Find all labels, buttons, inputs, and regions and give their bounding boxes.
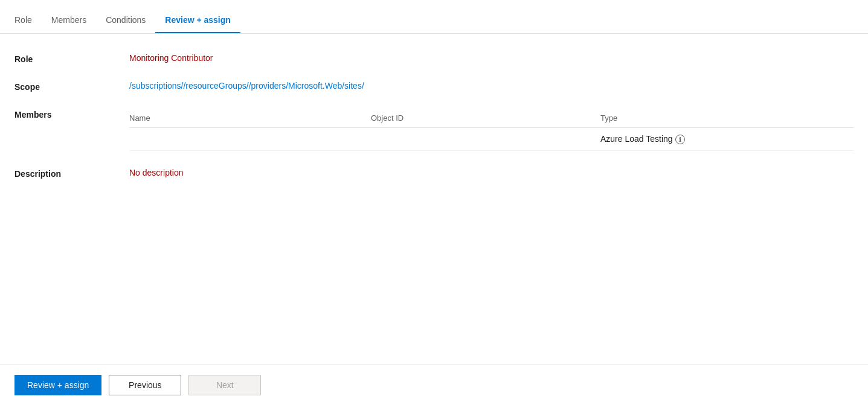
scope-resourcegroups: /resourceGroups/ bbox=[183, 81, 248, 91]
scope-providers: /providers/Microsoft.Web/sites/ bbox=[249, 81, 364, 91]
col-type: Type bbox=[600, 109, 854, 128]
cell-type: Azure Load Testingℹ bbox=[600, 128, 854, 151]
footer-bar: Review + assign Previous Next bbox=[0, 365, 868, 405]
cell-name bbox=[129, 128, 371, 151]
scope-value: /subscriptions/ /resourceGroups/ /provid… bbox=[129, 81, 854, 91]
tab-members[interactable]: Members bbox=[42, 15, 96, 33]
next-button: Next bbox=[188, 375, 261, 395]
role-row: Role Monitoring Contributor bbox=[14, 53, 854, 64]
scope-subscriptions: /subscriptions/ bbox=[129, 81, 183, 91]
col-object-id: Object ID bbox=[371, 109, 600, 128]
members-row: Members Name Object ID Type bbox=[14, 109, 854, 151]
members-label: Members bbox=[14, 109, 129, 120]
role-label: Role bbox=[14, 53, 129, 64]
type-label: Azure Load Testing bbox=[600, 134, 673, 144]
description-row: Description No description bbox=[14, 168, 854, 179]
table-row: Azure Load Testingℹ bbox=[129, 128, 854, 151]
members-table: Name Object ID Type Azure Load Testingℹ bbox=[129, 109, 854, 151]
tab-bar: Role Members Conditions Review + assign bbox=[0, 0, 868, 34]
scope-label: Scope bbox=[14, 81, 129, 92]
previous-button[interactable]: Previous bbox=[109, 375, 181, 395]
review-assign-button[interactable]: Review + assign bbox=[14, 375, 101, 395]
scope-row: Scope /subscriptions/ /resourceGroups/ /… bbox=[14, 81, 854, 92]
cell-object-id bbox=[371, 128, 600, 151]
tab-role[interactable]: Role bbox=[12, 15, 42, 33]
col-name: Name bbox=[129, 109, 371, 128]
description-value: No description bbox=[129, 168, 854, 177]
members-table-container: Name Object ID Type Azure Load Testingℹ bbox=[129, 109, 854, 151]
tab-conditions[interactable]: Conditions bbox=[96, 15, 155, 33]
scope-parts: /subscriptions/ /resourceGroups/ /provid… bbox=[129, 81, 854, 91]
role-value: Monitoring Contributor bbox=[129, 53, 854, 63]
content-area: Role Monitoring Contributor Scope /subsc… bbox=[0, 34, 868, 365]
tab-review-assign[interactable]: Review + assign bbox=[155, 15, 240, 33]
info-icon[interactable]: ℹ bbox=[675, 135, 685, 144]
table-header-row: Name Object ID Type bbox=[129, 109, 854, 128]
description-label: Description bbox=[14, 168, 129, 179]
